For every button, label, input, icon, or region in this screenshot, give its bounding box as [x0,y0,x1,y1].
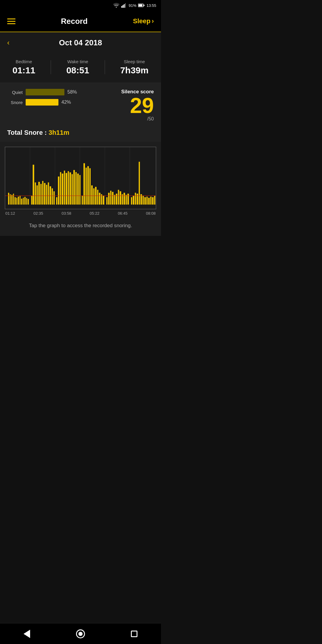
time-label-5: 08:08 [146,211,156,216]
svg-rect-75 [131,197,132,205]
svg-rect-86 [152,197,154,205]
svg-rect-45 [69,172,71,205]
svg-rect-70 [120,191,121,205]
svg-rect-84 [148,198,150,205]
svg-rect-35 [49,186,51,205]
status-bar: 91% 13:55 [0,0,161,11]
wake-time-stat: Wake time 08:51 [66,59,89,75]
clock-time: 13:55 [146,3,156,8]
svg-rect-81 [143,196,144,205]
sleep-nav-button[interactable]: Sleep › [133,17,154,25]
status-icons: 91% 13:55 [113,3,156,8]
spacer [0,236,161,325]
svg-rect-85 [150,196,151,205]
svg-rect-0 [121,6,122,8]
time-label-2: 03:58 [62,211,72,216]
svg-rect-37 [53,191,55,205]
svg-rect-73 [126,195,127,205]
total-snore-label: Total Snore : 3h11m [7,129,69,136]
total-snore-value: 3h11m [49,129,69,136]
svg-rect-2 [124,4,125,8]
svg-rect-6 [144,5,145,6]
svg-rect-23 [26,198,27,205]
svg-rect-56 [91,185,93,205]
svg-rect-77 [135,193,136,205]
chart-container: 01:12 02:35 03:58 05:22 06:45 08:08 [0,142,161,218]
divider-2 [105,60,105,74]
svg-rect-26 [33,165,34,205]
snore-label: Snore [7,100,23,105]
svg-rect-22 [24,197,26,205]
svg-rect-34 [48,182,49,205]
svg-rect-47 [73,170,75,205]
svg-rect-43 [66,173,67,205]
time-label-4: 06:45 [118,211,128,216]
svg-rect-68 [116,193,117,205]
svg-rect-36 [52,188,53,205]
svg-rect-20 [21,199,22,205]
chevron-right-icon: › [152,17,154,25]
svg-rect-53 [86,168,87,205]
sleep-time-stat: Sleep time 7h39m [120,59,148,75]
date-row: ‹ Oct 04 2018 [0,32,161,53]
time-label-3: 05:22 [90,211,100,216]
svg-rect-38 [56,197,57,205]
header: Record Sleep › [0,11,161,32]
svg-rect-76 [133,196,134,205]
svg-rect-59 [97,190,98,205]
svg-rect-3 [125,3,126,8]
svg-rect-31 [42,181,44,205]
snore-pct: 42% [61,100,71,105]
svg-rect-63 [106,197,108,205]
svg-rect-41 [62,174,63,205]
svg-rect-83 [146,196,148,205]
svg-rect-44 [68,171,69,205]
svg-rect-14 [11,195,13,205]
svg-rect-42 [64,171,65,205]
svg-rect-21 [23,198,24,205]
svg-rect-19 [20,196,21,205]
back-date-button[interactable]: ‹ [7,38,10,47]
sleep-label: Sleep [133,17,151,25]
svg-rect-65 [110,191,112,205]
sleep-stats: Bedtime 01:11 Wake time 08:51 Sleep time… [0,53,161,83]
svg-rect-52 [83,163,85,205]
svg-rect-48 [75,172,77,205]
svg-rect-79 [139,162,140,205]
svg-rect-17 [16,198,17,205]
bars-area: Quiet 58% Snore 42% [7,89,121,109]
svg-rect-16 [15,197,16,205]
svg-rect-12 [8,193,9,205]
bedtime-label: Bedtime [16,59,32,64]
instruction-section: Tap the graph to access the recorded sno… [0,218,161,236]
menu-button[interactable] [7,18,16,24]
svg-rect-39 [58,177,59,205]
svg-rect-55 [89,168,91,205]
wake-time-value: 08:51 [66,65,89,75]
silence-score-area: Silence score 29 /50 [121,89,154,122]
svg-rect-25 [31,196,32,205]
svg-rect-49 [77,174,79,205]
sleep-time-label: Sleep time [124,59,145,64]
svg-rect-60 [99,193,100,205]
wifi-icon [113,3,120,8]
svg-rect-46 [72,174,73,205]
silence-denom: /50 [147,116,154,122]
instruction-text: Tap the graph to access the recorded sno… [29,223,132,228]
wake-time-label: Wake time [67,59,88,64]
svg-rect-72 [123,193,125,205]
total-snore-section: Total Snore : 3h11m [0,126,161,142]
svg-rect-64 [108,193,110,205]
svg-rect-5 [139,4,143,7]
svg-rect-15 [13,193,14,205]
quiet-bar [26,89,64,95]
current-date: Oct 04 2018 [59,38,102,47]
svg-rect-40 [60,172,61,205]
chart-time-labels: 01:12 02:35 03:58 05:22 06:45 08:08 [5,209,156,216]
snore-bar-row: Snore 42% [7,99,121,106]
signal-icon [121,3,127,8]
svg-rect-87 [154,196,155,205]
snore-chart[interactable] [5,147,156,209]
sleep-time-value: 7h39m [120,65,148,75]
svg-rect-30 [41,184,42,205]
